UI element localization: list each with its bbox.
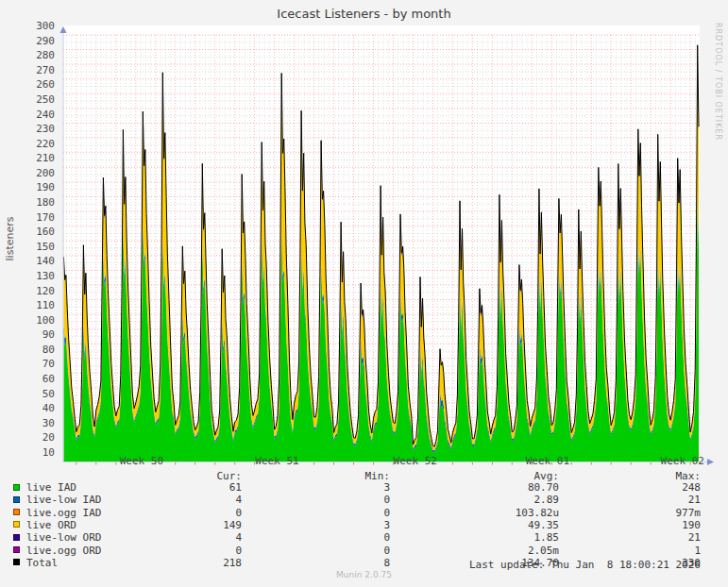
y-tick-label: 50	[13, 389, 55, 399]
y-tick-label: 10	[13, 447, 55, 458]
legend-swatch	[13, 496, 20, 503]
legend-max-value: 21	[606, 531, 701, 544]
legend-series-label: live-low IAD	[26, 494, 140, 506]
y-tick-label: 250	[13, 94, 55, 105]
y-tick-label: 210	[13, 153, 55, 163]
legend-cur-value: 0	[147, 545, 242, 557]
legend-avg-value: 1.85	[455, 531, 559, 544]
rrdtool-watermark: RRDTOOL / TOBI OETIKER	[714, 23, 722, 141]
y-tick-label: 240	[13, 109, 55, 120]
legend-series-label: Total	[26, 557, 140, 569]
y-tick-label: 260	[13, 79, 55, 90]
legend-cur-value: 61	[147, 481, 242, 494]
x-tick-label: Week 02	[640, 456, 725, 466]
y-tick-label: 80	[13, 344, 55, 355]
legend-series-label: live IAD	[26, 481, 140, 494]
y-tick-label: 190	[13, 182, 55, 193]
x-tick-label: Week 50	[99, 456, 184, 466]
y-tick-label: 220	[13, 139, 55, 149]
y-tick-label: 150	[13, 242, 55, 252]
legend-min-value: 0	[296, 507, 390, 519]
y-tick-label: 20	[13, 432, 55, 443]
legend-min-value: 3	[296, 519, 390, 531]
y-tick-label: 160	[13, 226, 55, 237]
y-tick-label: 270	[13, 65, 55, 75]
y-tick-label: 140	[13, 256, 55, 266]
legend-swatch	[13, 559, 20, 565]
legend-min-value: 8	[296, 557, 390, 569]
legend-max-value: 248	[606, 481, 701, 494]
y-tick-label: 300	[13, 21, 55, 31]
chart-plot-area	[63, 25, 715, 469]
y-tick-label: 90	[13, 329, 55, 340]
legend-max-value: 977m	[606, 507, 701, 519]
y-tick-label: 40	[13, 403, 55, 413]
y-tick-label: 130	[13, 271, 55, 281]
y-tick-label: 120	[13, 286, 55, 296]
legend-cur-value: 149	[147, 519, 242, 531]
y-tick-label: 180	[13, 197, 55, 208]
legend-min-value: 3	[296, 481, 390, 494]
legend-max-value: 190	[606, 519, 701, 531]
legend-series-label: live.ogg IAD	[26, 507, 140, 519]
x-tick-label: Week 51	[234, 456, 319, 466]
y-tick-label: 30	[13, 418, 55, 428]
legend-series-label: live ORD	[26, 519, 140, 531]
legend-swatch	[13, 546, 20, 553]
munin-graph-page: Icecast Listeners - by month listeners R…	[0, 0, 728, 587]
legend-cur-value: 0	[147, 507, 242, 519]
legend-cur-value: 218	[147, 557, 242, 569]
legend-cur-value: 4	[147, 494, 242, 506]
legend-min-value: 0	[296, 494, 390, 506]
x-tick-label: Week 01	[505, 456, 590, 466]
legend-series-label: live.ogg ORD	[26, 545, 140, 557]
x-tick-label: Week 52	[373, 456, 458, 466]
y-tick-label: 170	[13, 212, 55, 223]
legend-avg-value: 2.05m	[455, 545, 559, 557]
legend-avg-value: 103.82u	[455, 507, 559, 519]
legend-avg-value: 80.70	[455, 481, 559, 494]
y-tick-label: 290	[13, 36, 55, 46]
legend-cur-value: 4	[147, 531, 242, 544]
y-tick-label: 200	[13, 168, 55, 178]
y-tick-label: 60	[13, 374, 55, 384]
y-tick-label: 100	[13, 315, 55, 326]
legend-series-label: live-low ORD	[26, 531, 140, 544]
chart-title: Icecast Listeners - by month	[0, 7, 728, 21]
y-tick-label: 110	[13, 300, 55, 310]
legend-avg-value: 49.35	[455, 519, 559, 531]
legend-min-value: 0	[296, 545, 390, 557]
legend-swatch	[13, 534, 20, 541]
legend-swatch	[13, 521, 20, 528]
y-tick-label: 230	[13, 124, 55, 134]
legend-swatch	[13, 509, 20, 515]
legend-max-value: 1	[606, 545, 701, 557]
y-axis-label: listeners	[4, 217, 16, 261]
legend-swatch	[13, 484, 20, 491]
munin-version-text: Munin 2.0.75	[0, 570, 728, 579]
y-tick-label: 70	[13, 359, 55, 369]
legend-min-value: 0	[296, 531, 390, 544]
legend-avg-value: 2.89	[455, 494, 559, 506]
y-tick-label: 280	[13, 50, 55, 60]
legend-max-value: 21	[606, 494, 701, 506]
